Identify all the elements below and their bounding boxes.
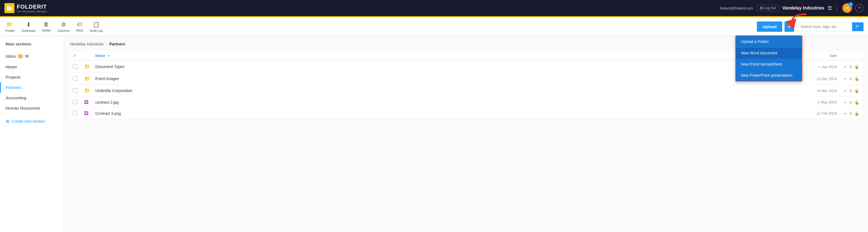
- breadcrumb-current: Partners: [110, 42, 125, 46]
- delete-button[interactable]: 🗑 Delete: [42, 21, 51, 32]
- inbox-label: Inbox: [6, 54, 16, 59]
- partners-label: Partners: [6, 85, 22, 90]
- trash-icon: 🗑: [43, 21, 49, 28]
- check-all-icon[interactable]: ✓: [73, 53, 76, 58]
- share-action-icon[interactable]: ⇤: [844, 111, 847, 116]
- header-check: ✓: [73, 53, 84, 58]
- image-file-icon: 🖼: [84, 100, 89, 105]
- row-check[interactable]: [73, 76, 84, 81]
- toolbar-left: 📁 +Folder ⬇ Download 🗑 Delete ⚙ Columns …: [4, 21, 103, 32]
- table-row: 🖼 contract 2.jpg 2 May 2019 ⇤ ⚙ 🔒: [70, 97, 862, 108]
- row-date: 2 May 2019: [801, 100, 837, 104]
- sidebar-item-team[interactable]: #team: [0, 62, 64, 72]
- audit-log-button[interactable]: 📋 Audit Log: [90, 21, 102, 32]
- meta-icon: 🏷: [77, 21, 83, 28]
- row-icon: 📁: [84, 64, 95, 70]
- sidebar-item-human-resources[interactable]: Human Resources: [0, 103, 64, 113]
- plus-circle-icon: ⊕: [6, 118, 10, 124]
- top-navigation: FOLDERIT Your documents. Managed. folder…: [0, 0, 868, 16]
- add-folder-button[interactable]: 📁 +Folder: [4, 21, 15, 32]
- notification-badge: 0: [848, 2, 853, 7]
- row-actions: ⇤ ⚙ 🔒: [837, 64, 859, 69]
- lock-action-icon[interactable]: 🔒: [854, 77, 859, 81]
- columns-button[interactable]: ⚙ Columns: [57, 21, 69, 32]
- svg-point-4: [848, 9, 849, 10]
- download-icon: ⬇: [26, 21, 31, 28]
- arrow-indicator: [784, 11, 809, 29]
- toolbar: 📁 +Folder ⬇ Download 🗑 Delete ⚙ Columns …: [0, 17, 868, 36]
- header-name: Name ▼: [95, 54, 801, 58]
- meta-button[interactable]: 🏷 Meta: [76, 21, 83, 32]
- projects-label: Projects: [6, 75, 21, 80]
- hamburger-icon[interactable]: ☰: [828, 5, 832, 11]
- row-check[interactable]: [73, 88, 84, 93]
- sidebar-title: Main sections: [0, 42, 64, 51]
- sidebar-item-accounting[interactable]: Accounting: [0, 93, 64, 103]
- share-action-icon[interactable]: ⇤: [844, 64, 847, 69]
- svg-line-5: [846, 8, 848, 9]
- lock-action-icon[interactable]: 🔒: [854, 111, 859, 116]
- logo-icon: [4, 3, 14, 13]
- row-check[interactable]: [73, 64, 84, 69]
- table-row: 📁 Umbrella Corporation 15 Mar 2019 ⇤ ⚙ 🔒: [70, 85, 862, 97]
- new-word-item[interactable]: New Word document: [736, 48, 802, 59]
- lock-action-icon[interactable]: 🔒: [854, 64, 859, 69]
- upload-dropdown-menu: Upload a Folder New Word document New Ex…: [735, 35, 802, 81]
- download-button[interactable]: ⬇ Download: [22, 21, 35, 32]
- new-excel-item[interactable]: New Excel spreadsheet: [736, 59, 802, 70]
- row-name: Event Images: [95, 77, 801, 81]
- row-check[interactable]: [73, 99, 84, 105]
- lock-action-icon[interactable]: 🔒: [854, 100, 859, 105]
- upload-button[interactable]: Upload: [757, 22, 782, 32]
- new-powerpoint-item[interactable]: New PowerPoint presentation: [736, 70, 802, 81]
- divider: |: [837, 5, 838, 11]
- svg-rect-1: [7, 6, 9, 7]
- inbox-envelope-icon: ✉: [25, 54, 29, 59]
- row-name: Contract 3.png: [95, 111, 801, 116]
- header-date: Date: [801, 54, 837, 58]
- add-folder-icon: 📁: [6, 21, 13, 28]
- share-button[interactable]: 0: [842, 3, 852, 13]
- row-actions: ⇤ ⚙ 🔒: [837, 77, 859, 81]
- team-label: #team: [6, 64, 17, 69]
- upload-folder-item[interactable]: Upload a Folder: [736, 36, 802, 47]
- audit-log-icon: 📋: [93, 21, 100, 28]
- create-section-label: Create new section: [11, 119, 45, 123]
- row-date: — Apr 2019: [801, 65, 837, 69]
- logo-text: FOLDERIT Your documents. Managed.: [17, 4, 48, 13]
- row-check[interactable]: [73, 111, 84, 116]
- row-date: 11 Feb 2019: [801, 111, 837, 115]
- logout-button[interactable]: ⏻ Log Out: [756, 5, 779, 11]
- settings-action-icon[interactable]: ⚙: [849, 77, 853, 81]
- settings-action-icon[interactable]: ⚙: [849, 64, 853, 69]
- create-section-button[interactable]: ⊕ Create new section: [0, 115, 64, 127]
- row-date: 15 Mar 2019: [801, 89, 837, 93]
- share-action-icon[interactable]: ⇤: [844, 100, 847, 105]
- row-icon: 🖼: [84, 111, 95, 116]
- settings-action-icon[interactable]: ⚙: [849, 100, 853, 105]
- svg-point-3: [845, 7, 846, 9]
- row-name: contract 2.jpg: [95, 100, 801, 105]
- settings-action-icon[interactable]: ⚙: [849, 111, 853, 116]
- sidebar-item-projects[interactable]: Projects: [0, 72, 64, 82]
- sidebar-item-partners[interactable]: Partners: [0, 82, 64, 93]
- share-action-icon[interactable]: ⇤: [844, 77, 847, 81]
- row-icon: 📁: [84, 88, 95, 94]
- sort-arrow: ▼: [107, 54, 110, 57]
- share-action-icon[interactable]: ⇤: [844, 88, 847, 93]
- lock-action-icon[interactable]: 🔒: [854, 88, 859, 93]
- row-actions: ⇤ ⚙ 🔒: [837, 100, 859, 105]
- search-button[interactable]: 🔍: [852, 22, 864, 31]
- image-file-icon: 🖼: [84, 111, 89, 116]
- user-email: folderit@folderit.com: [720, 6, 753, 10]
- help-button[interactable]: ?: [855, 4, 864, 12]
- row-name: Document Types: [95, 64, 801, 69]
- settings-action-icon[interactable]: ⚙: [849, 88, 853, 93]
- inbox-badge: 8: [18, 54, 23, 58]
- table-row: 🖼 Contract 3.png 11 Feb 2019 ⇤ ⚙ 🔒: [70, 108, 862, 119]
- sidebar-item-inbox[interactable]: Inbox 8 ✉: [0, 51, 64, 62]
- row-icon: 🖼: [84, 100, 95, 105]
- row-date: 12 Dec 2019: [801, 77, 837, 81]
- row-icon: 📁: [84, 76, 95, 82]
- row-actions: ⇤ ⚙ 🔒: [837, 88, 859, 93]
